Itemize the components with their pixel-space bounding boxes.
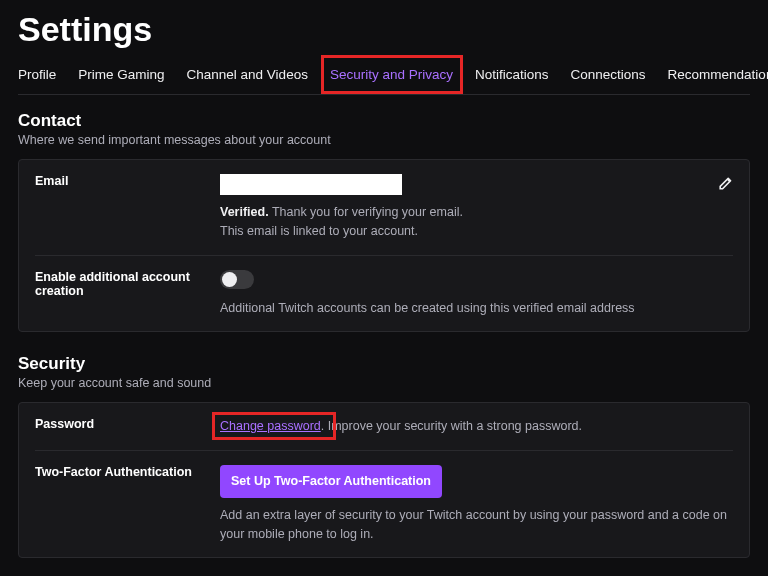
tab-security-privacy[interactable]: Security and Privacy — [330, 57, 453, 94]
security-card: Password Change password. Improve your s… — [18, 402, 750, 558]
section-title-contact: Contact — [18, 111, 750, 131]
tab-recommendations[interactable]: Recommendations — [668, 57, 768, 94]
change-password-link[interactable]: Change password — [220, 419, 321, 433]
label-enable-additional: Enable additional account creation — [35, 270, 220, 318]
email-value-redacted — [220, 174, 402, 195]
email-linked-text: This email is linked to your account. — [220, 222, 705, 241]
email-verified-text: Thank you for verifying your email. — [269, 205, 463, 219]
body-email: Verified. Thank you for verifying your e… — [220, 174, 705, 241]
body-enable-additional: Additional Twitch accounts can be create… — [220, 270, 733, 318]
tab-channel-videos[interactable]: Channel and Videos — [187, 57, 308, 94]
twofa-desc: Add an extra layer of security to your T… — [220, 506, 733, 544]
page-title: Settings — [18, 10, 750, 49]
password-hint: Improve your security with a strong pass… — [324, 419, 582, 433]
tab-connections[interactable]: Connections — [571, 57, 646, 94]
email-verified-strong: Verified. — [220, 205, 269, 219]
label-twofa: Two-Factor Authentication — [35, 465, 220, 543]
set-up-2fa-button[interactable]: Set Up Two-Factor Authentication — [220, 465, 442, 498]
row-password: Password Change password. Improve your s… — [35, 403, 733, 451]
tab-profile[interactable]: Profile — [18, 57, 56, 94]
edit-email-button[interactable] — [717, 176, 733, 195]
row-email: Email Verified. Thank you for verifying … — [35, 160, 733, 256]
tab-label: Security and Privacy — [330, 67, 453, 82]
row-twofa: Two-Factor Authentication Set Up Two-Fac… — [35, 451, 733, 557]
section-title-security: Security — [18, 354, 750, 374]
body-password: Change password. Improve your security w… — [220, 417, 733, 436]
label-email: Email — [35, 174, 220, 241]
tab-notifications[interactable]: Notifications — [475, 57, 549, 94]
toggle-desc: Additional Twitch accounts can be create… — [220, 299, 733, 318]
section-desc-security: Keep your account safe and sound — [18, 376, 750, 390]
section-desc-contact: Where we send important messages about y… — [18, 133, 750, 147]
label-password: Password — [35, 417, 220, 436]
pencil-icon — [717, 176, 733, 192]
toggle-knob — [222, 272, 237, 287]
toggle-additional-account[interactable] — [220, 270, 254, 289]
tab-prime-gaming[interactable]: Prime Gaming — [78, 57, 164, 94]
row-enable-additional: Enable additional account creation Addit… — [35, 256, 733, 332]
contact-card: Email Verified. Thank you for verifying … — [18, 159, 750, 332]
body-twofa: Set Up Two-Factor Authentication Add an … — [220, 465, 733, 543]
tabs: Profile Prime Gaming Channel and Videos … — [18, 57, 750, 95]
